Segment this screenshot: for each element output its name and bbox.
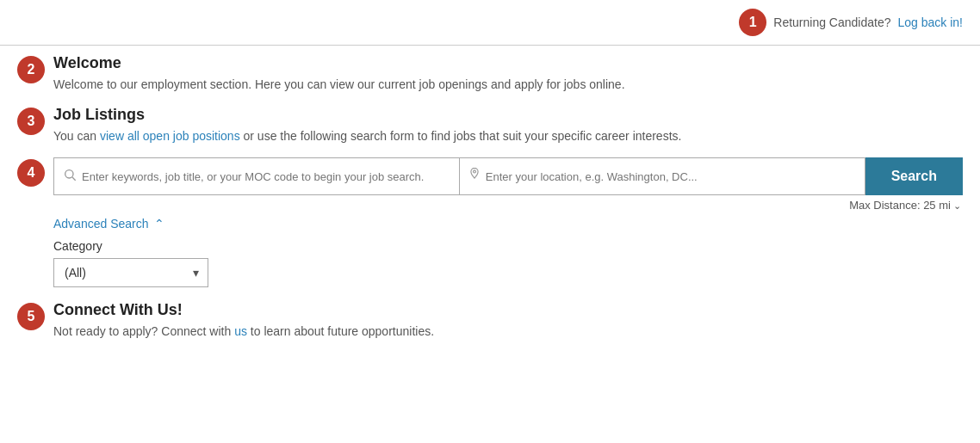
svg-line-1 bbox=[72, 177, 76, 181]
search-row: Search bbox=[53, 157, 963, 195]
svg-point-0 bbox=[65, 170, 73, 178]
connect-title: Connect With Us! bbox=[53, 301, 963, 319]
step-2-badge: 2 bbox=[17, 56, 45, 83]
keyword-input-wrapper bbox=[53, 157, 459, 195]
advanced-search-label: Advanced Search bbox=[53, 217, 149, 231]
job-listings-content: Job Listings You can view all open job p… bbox=[53, 106, 963, 145]
job-listings-title: Job Listings bbox=[53, 106, 963, 124]
search-inputs-wrapper: Search Max Distance: 25 mi ⌄ bbox=[53, 157, 963, 212]
welcome-title: Welcome bbox=[53, 54, 963, 72]
returning-text: Returning Candidate? bbox=[773, 15, 890, 29]
welcome-section: 2 Welcome Welcome to our employment sect… bbox=[17, 54, 963, 94]
step-4-badge: 4 bbox=[17, 159, 45, 187]
category-section: Category (All) bbox=[17, 239, 963, 287]
category-select-wrapper: (All) bbox=[53, 258, 208, 287]
step-3-badge: 3 bbox=[17, 108, 45, 135]
svg-point-2 bbox=[473, 170, 475, 173]
view-all-link[interactable]: view all open job positions bbox=[100, 129, 240, 143]
location-input[interactable] bbox=[486, 170, 856, 183]
category-label: Category bbox=[53, 239, 963, 253]
category-select[interactable]: (All) bbox=[54, 259, 208, 286]
connect-description: Not ready to apply? Connect with us to l… bbox=[53, 323, 963, 341]
welcome-description: Welcome to our employment section. Here … bbox=[53, 76, 963, 94]
search-icon bbox=[63, 168, 77, 185]
main-content: 2 Welcome Welcome to our employment sect… bbox=[0, 46, 980, 358]
step-1-badge: 1 bbox=[739, 9, 766, 36]
search-button[interactable]: Search bbox=[865, 157, 963, 195]
search-section: 4 bbox=[17, 157, 963, 212]
chevron-down-icon: ⌄ bbox=[951, 200, 961, 211]
chevron-up-icon: ⌃ bbox=[154, 217, 164, 231]
advanced-search-toggle[interactable]: Advanced Search ⌃ bbox=[17, 217, 963, 231]
max-distance-label: Max Distance: 25 mi bbox=[849, 199, 951, 212]
connect-us-link[interactable]: us bbox=[234, 324, 247, 338]
keyword-input[interactable] bbox=[82, 170, 450, 183]
location-icon bbox=[468, 167, 481, 186]
max-distance: Max Distance: 25 mi ⌄ bbox=[53, 199, 963, 212]
connect-content: Connect With Us! Not ready to apply? Con… bbox=[53, 301, 963, 341]
connect-section: 5 Connect With Us! Not ready to apply? C… bbox=[17, 301, 963, 341]
log-back-link[interactable]: Log back in! bbox=[898, 15, 964, 29]
welcome-content: Welcome Welcome to our employment sectio… bbox=[53, 54, 963, 94]
job-listings-description: You can view all open job positions or u… bbox=[53, 127, 963, 145]
top-bar: 1 Returning Candidate? Log back in! bbox=[0, 0, 980, 46]
job-listings-section: 3 Job Listings You can view all open job… bbox=[17, 106, 963, 145]
returning-candidate-section: 1 Returning Candidate? Log back in! bbox=[739, 9, 963, 36]
step-5-badge: 5 bbox=[17, 303, 45, 330]
location-input-wrapper bbox=[459, 157, 865, 195]
